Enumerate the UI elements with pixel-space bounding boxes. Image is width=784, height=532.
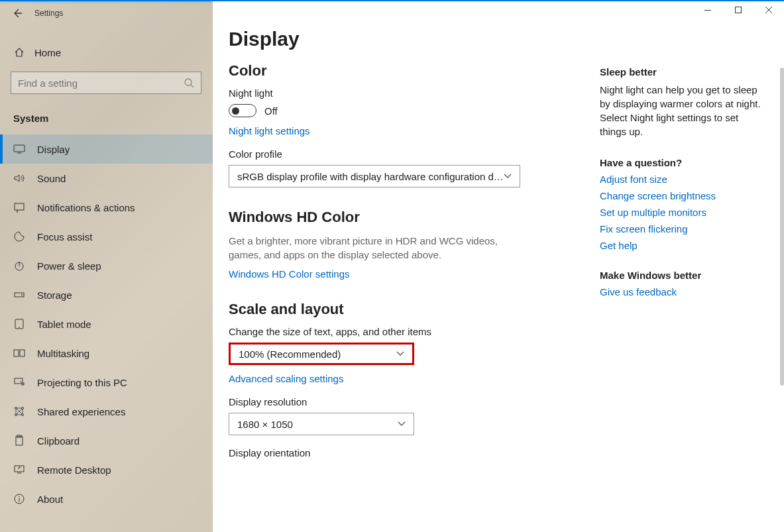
projecting-icon (13, 376, 25, 388)
sidebar-item-remote-desktop[interactable]: Remote Desktop (0, 455, 213, 484)
storage-icon (13, 289, 25, 301)
chevron-down-icon (396, 351, 404, 356)
sidebar-item-about[interactable]: About (0, 484, 213, 513)
link-give-feedback[interactable]: Give us feedback (600, 286, 765, 297)
change-size-label: Change the size of text, apps, and other… (229, 326, 589, 337)
question-heading: Have a question? (600, 157, 765, 168)
feedback-heading: Make Windows better (600, 270, 765, 281)
hd-description: Get a brighter, more vibrant picture in … (229, 234, 520, 262)
sidebar-item-focus-assist[interactable]: Focus assist (0, 222, 213, 251)
section-color-heading: Color (229, 62, 589, 80)
aside: Sleep better Night light can help you ge… (600, 28, 765, 532)
search-icon (184, 78, 194, 88)
link-multiple-monitors[interactable]: Set up multiple monitors (600, 207, 765, 218)
sidebar-item-label: Shared experiences (37, 406, 125, 417)
orientation-label: Display orientation (229, 447, 589, 458)
svg-point-7 (21, 294, 23, 295)
focus-assist-icon (13, 231, 25, 242)
home-button[interactable]: Home (0, 38, 213, 66)
svg-rect-11 (20, 350, 25, 356)
sidebar-item-label: Projecting to this PC (37, 377, 127, 388)
sidebar-item-label: About (37, 494, 63, 505)
search-input[interactable] (11, 72, 201, 94)
svg-rect-4 (15, 203, 24, 210)
maximize-button[interactable] (723, 0, 754, 20)
color-profile-label: Color profile (229, 148, 589, 160)
sidebar-item-label: Storage (37, 290, 72, 301)
scale-dropdown[interactable]: 100% (Recommended) (229, 343, 414, 365)
shared-icon (13, 405, 25, 417)
main-content: Display Color Night light Off Night ligh… (213, 1, 784, 532)
section-hd-heading: Windows HD Color (229, 209, 589, 226)
scrollbar[interactable] (780, 68, 784, 386)
back-button[interactable] (12, 8, 23, 19)
resolution-value: 1680 × 1050 (237, 419, 293, 430)
sidebar-item-label: Power & sleep (37, 260, 101, 272)
sidebar-item-storage[interactable]: Storage (0, 280, 213, 309)
sleep-better-body: Night light can help you get to sleep by… (600, 83, 765, 138)
home-label: Home (34, 47, 61, 58)
resolution-dropdown[interactable]: 1680 × 1050 (229, 413, 414, 435)
link-change-brightness[interactable]: Change screen brightness (600, 190, 765, 201)
multitasking-icon (13, 347, 25, 359)
tablet-icon (13, 318, 25, 330)
sidebar-item-notifications[interactable]: Notifications & actions (0, 193, 213, 222)
svg-rect-0 (704, 10, 711, 11)
link-adjust-font-size[interactable]: Adjust font size (600, 174, 765, 185)
sleep-better-heading: Sleep better (600, 66, 765, 78)
scale-value: 100% (Recommended) (239, 348, 341, 360)
sound-icon (13, 172, 25, 184)
svg-point-21 (19, 496, 20, 498)
sidebar-item-power[interactable]: Power & sleep (0, 251, 213, 280)
display-icon (13, 143, 25, 155)
titlebar: Settings (0, 1, 213, 25)
sidebar-item-label: Sound (37, 173, 66, 184)
power-icon (13, 260, 25, 272)
sidebar-item-label: Remote Desktop (37, 464, 111, 476)
night-light-toggle[interactable] (229, 104, 256, 117)
link-get-help[interactable]: Get help (600, 240, 765, 251)
svg-point-2 (185, 79, 192, 85)
color-profile-value: sRGB display profile with display hardwa… (237, 171, 504, 182)
chevron-down-icon (504, 174, 512, 179)
home-icon (13, 46, 25, 58)
svg-rect-1 (736, 7, 742, 13)
sidebar-item-display[interactable]: Display (0, 134, 213, 164)
sidebar-item-label: Focus assist (37, 231, 92, 242)
svg-rect-10 (14, 350, 19, 356)
link-screen-flickering[interactable]: Fix screen flickering (600, 223, 765, 235)
minimize-button[interactable] (693, 0, 723, 20)
window-controls (693, 0, 784, 20)
sidebar-item-label: Multitasking (37, 348, 89, 359)
about-icon (13, 493, 25, 505)
svg-point-9 (19, 327, 20, 328)
sidebar-section-title: System (0, 99, 213, 131)
sidebar-item-label: Display (37, 144, 70, 155)
chevron-down-icon (398, 421, 406, 427)
night-light-state: Off (264, 105, 278, 117)
remote-desktop-icon (13, 464, 25, 476)
page-title: Display (229, 28, 589, 50)
sidebar-item-label: Notifications & actions (37, 202, 135, 213)
search-field[interactable] (18, 78, 184, 89)
window-title: Settings (34, 9, 63, 18)
back-arrow-icon (12, 8, 23, 19)
close-button[interactable] (754, 0, 784, 20)
sidebar-item-label: Tablet mode (37, 319, 91, 330)
sidebar-item-tablet[interactable]: Tablet mode (0, 309, 213, 339)
sidebar-item-projecting[interactable]: Projecting to this PC (0, 368, 213, 397)
resolution-label: Display resolution (229, 396, 589, 407)
notifications-icon (13, 201, 25, 213)
hd-settings-link[interactable]: Windows HD Color settings (229, 268, 589, 280)
sidebar-item-multitasking[interactable]: Multitasking (0, 339, 213, 368)
night-light-label: Night light (229, 87, 589, 99)
advanced-scaling-link[interactable]: Advanced scaling settings (229, 373, 589, 384)
sidebar-item-sound[interactable]: Sound (0, 164, 213, 193)
night-light-settings-link[interactable]: Night light settings (229, 125, 589, 136)
color-profile-dropdown[interactable]: sRGB display profile with display hardwa… (229, 165, 520, 187)
sidebar-nav: Display Sound Notifications & actions Fo… (0, 134, 213, 513)
sidebar-item-clipboard[interactable]: Clipboard (0, 426, 213, 455)
sidebar-item-shared[interactable]: Shared experiences (0, 397, 213, 426)
clipboard-icon (13, 435, 25, 447)
svg-rect-3 (14, 145, 25, 152)
